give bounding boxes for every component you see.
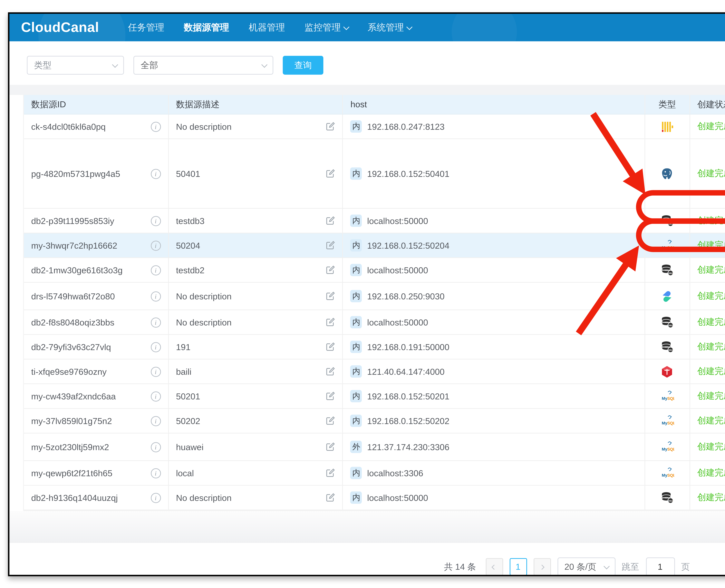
description-cell: local (169, 461, 343, 485)
table-body: ck-s4dcl0t6kl6a0pqiNo description内192.16… (24, 114, 725, 510)
db2-icon: DB2 (660, 315, 674, 329)
info-icon[interactable]: i (151, 240, 161, 251)
info-icon[interactable]: i (151, 265, 161, 275)
datasource-id-cell: db2-1mw30ge616t3o3gi (24, 258, 169, 282)
type-filter-select[interactable]: 类型 (27, 56, 124, 75)
type-cell: DB2 (645, 335, 690, 359)
info-icon[interactable]: i (151, 468, 161, 478)
chevron-down-icon (603, 563, 609, 569)
type-cell (645, 283, 690, 310)
description-cell: No description (169, 114, 343, 139)
info-icon[interactable]: i (151, 291, 161, 301)
chevron-down-icon (344, 24, 349, 30)
total-count-label: 共 14 条 (444, 561, 476, 573)
page-size-select[interactable]: 20 条/页 (557, 558, 615, 576)
edit-icon[interactable] (326, 342, 335, 352)
edit-icon[interactable] (326, 265, 335, 275)
info-icon[interactable]: i (151, 342, 161, 352)
description-cell: No description (169, 283, 343, 310)
status-cell: 创建完成 (690, 139, 725, 208)
host-cell: 内192.168.0.250:9030 (343, 283, 645, 310)
svg-text:DB2: DB2 (668, 349, 672, 351)
network-tag: 内 (350, 341, 362, 353)
next-page-button[interactable] (533, 558, 551, 575)
type-cell (645, 114, 690, 139)
network-tag: 内 (350, 467, 362, 479)
edit-icon[interactable] (326, 240, 335, 250)
datasource-id-cell: db2-f8s8048oqiz3bbsi (24, 310, 169, 334)
menu-item-1[interactable]: 数据源管理 (184, 21, 229, 34)
edit-icon[interactable] (326, 291, 335, 301)
table-row-13: my-qewp6t2f21t6h65ilocal内localhost:3306M… (24, 461, 725, 486)
host-cell: 内localhost:50000 (343, 486, 645, 509)
datasource-id-cell: ck-s4dcl0t6kl6a0pqi (24, 114, 169, 139)
status-cell: 创建完成 (690, 486, 725, 509)
page: CloudCanal 任务管理数据源管理机器管理监控管理系统管理 SVIP v2… (0, 0, 725, 588)
status-cell: 创建完成 (690, 233, 725, 257)
edit-icon[interactable] (326, 169, 335, 178)
info-icon[interactable]: i (151, 442, 161, 452)
page-jump-input[interactable] (646, 558, 675, 576)
table-row-1: ck-s4dcl0t6kl6a0pqiNo description内192.16… (24, 114, 725, 139)
edit-icon[interactable] (326, 216, 335, 226)
db2-icon: DB2 (660, 214, 674, 228)
datasource-id-cell: my-qewp6t2f21t6h65i (24, 461, 169, 485)
host-cell: 内192.168.0.152:50201 (343, 384, 645, 408)
status-cell: 创建完成 (690, 461, 725, 485)
edit-icon[interactable] (326, 367, 335, 376)
menu-item-0[interactable]: 任务管理 (128, 21, 164, 34)
status-cell: 创建完成 (690, 384, 725, 408)
edit-icon[interactable] (326, 442, 335, 451)
description-cell: 191 (169, 335, 343, 359)
info-icon[interactable]: i (151, 317, 161, 327)
info-icon[interactable]: i (151, 169, 161, 179)
type-cell: MySQL (645, 461, 690, 485)
type-cell (645, 139, 690, 208)
info-icon[interactable]: i (151, 216, 161, 226)
edit-icon[interactable] (326, 493, 335, 502)
status-cell: 创建完成 (690, 283, 725, 310)
edit-icon[interactable] (326, 468, 335, 478)
edit-icon[interactable] (326, 392, 335, 401)
menu-item-2[interactable]: 机器管理 (249, 21, 285, 34)
db2-icon: DB2 (660, 263, 674, 277)
column-header-4: 创建状态 (690, 95, 725, 114)
column-header-0: 数据源ID (24, 95, 169, 114)
edit-icon[interactable] (326, 122, 335, 131)
main-menu: 任务管理数据源管理机器管理监控管理系统管理 (128, 21, 411, 34)
scope-filter-select[interactable]: 全部 (133, 56, 273, 75)
edit-icon[interactable] (326, 416, 335, 425)
type-cell: DB2 (645, 209, 690, 233)
datasource-id-cell: pg-4820m5731pwg4a5i (24, 139, 169, 208)
column-header-2: host (343, 95, 645, 114)
db2-icon: DB2 (660, 340, 674, 354)
info-icon[interactable]: i (151, 492, 161, 503)
network-tag: 内 (350, 264, 362, 276)
datasource-id-cell: ti-xfqe9se9769oznyi (24, 359, 169, 383)
host-cell: 内localhost:50000 (343, 258, 645, 282)
info-icon[interactable]: i (151, 366, 161, 377)
svg-text:MySQL: MySQL (662, 246, 674, 250)
table-row-9: ti-xfqe9se9769oznyibaili内121.40.64.147:4… (24, 359, 725, 384)
cloudcanal-logo: CloudCanal (21, 20, 99, 36)
description-cell: 50202 (169, 409, 343, 433)
menu-item-4[interactable]: 系统管理 (368, 21, 411, 34)
status-cell: 创建完成 (690, 258, 725, 282)
type-cell: MySQL (645, 409, 690, 433)
prev-page-button[interactable] (485, 558, 503, 575)
info-icon[interactable]: i (151, 391, 161, 401)
menu-item-3[interactable]: 监控管理 (305, 21, 348, 34)
query-button[interactable]: 查询 (283, 56, 323, 75)
current-page-button[interactable]: 1 (510, 558, 527, 575)
top-navbar: CloudCanal 任务管理数据源管理机器管理监控管理系统管理 SVIP v2… (9, 14, 725, 41)
info-icon[interactable]: i (151, 416, 161, 426)
table-row-7: db2-f8s8048oqiz3bbsiNo description内local… (24, 310, 725, 335)
host-cell: 内localhost:3306 (343, 461, 645, 485)
datasource-id-cell: my-5zot230ltj59mx2i (24, 434, 169, 460)
network-tag: 内 (350, 120, 362, 133)
status-cell: 创建完成 (690, 209, 725, 233)
svg-text:MySQL: MySQL (662, 447, 674, 451)
info-icon[interactable]: i (151, 122, 161, 132)
table-row-3: db2-p39t11995s853iyitestdb3内localhost:50… (24, 209, 725, 233)
edit-icon[interactable] (326, 317, 335, 327)
